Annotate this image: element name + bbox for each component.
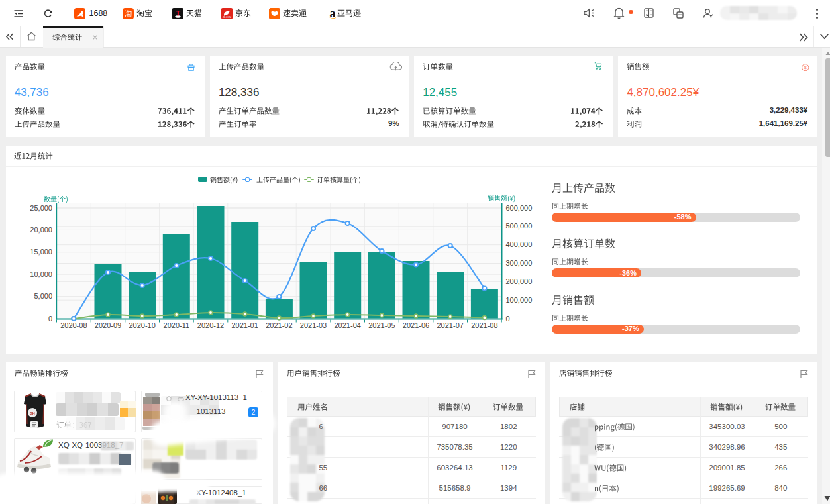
- svg-text:SH: SH: [30, 411, 35, 415]
